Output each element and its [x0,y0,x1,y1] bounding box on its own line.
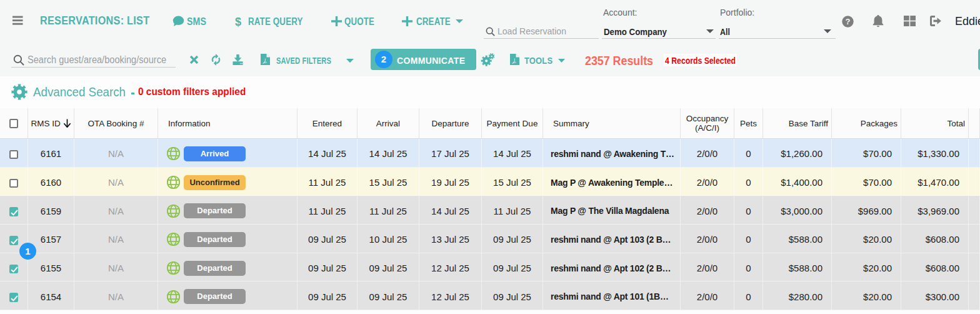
svg-text:?: ? [846,17,851,26]
